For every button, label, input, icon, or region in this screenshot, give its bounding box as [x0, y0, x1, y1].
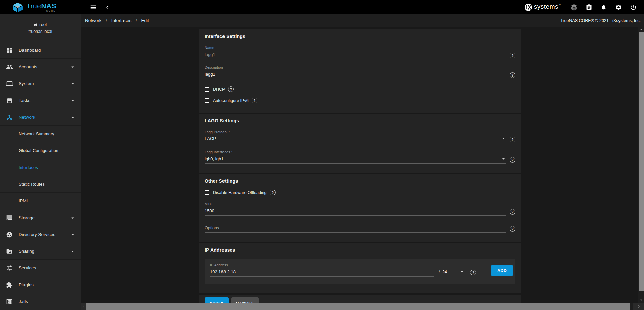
section-other-settings: Other Settings Disable Hardware Offloadi… [199, 174, 521, 242]
power-button[interactable] [630, 4, 637, 11]
truenas-logo-icon [12, 2, 23, 12]
sidebar-item-dashboard[interactable]: Dashboard [0, 42, 81, 59]
help-icon[interactable]: ? [510, 137, 515, 142]
chevron-down-icon [70, 98, 76, 104]
chevron-down-icon [70, 248, 76, 254]
lagg-interfaces-select[interactable]: Lagg Interfaces * igb0, igb1 [205, 150, 506, 164]
chevron-down-icon [70, 232, 76, 238]
sidebar-item-system[interactable]: System [0, 75, 81, 92]
notifications-button[interactable] [600, 4, 607, 11]
help-icon[interactable]: ? [510, 53, 515, 58]
gear-icon [615, 4, 622, 11]
netmask-separator: / [439, 269, 440, 274]
help-icon[interactable]: ? [252, 98, 257, 103]
section-interface-settings: Interface Settings Name ? Description [199, 29, 521, 113]
horizontal-scrollbar-thumb[interactable] [86, 303, 630, 310]
help-icon[interactable]: ? [510, 226, 515, 232]
sidebar-item-network[interactable]: Network [0, 109, 81, 126]
horizontal-scrollbar [81, 303, 644, 310]
help-icon[interactable]: ? [510, 209, 515, 215]
copyright-text: TrueNAS CORE® © 2021 - iXsystems, Inc. [560, 18, 641, 23]
vertical-scrollbar-thumb[interactable] [639, 32, 644, 291]
help-icon[interactable]: ? [270, 190, 276, 195]
lock-icon [34, 23, 38, 27]
mtu-input[interactable] [205, 208, 506, 214]
ip-address-row: IP Address / 24 ? ADD [205, 259, 515, 284]
ixsystems-label: systems [534, 3, 558, 10]
puzzle-icon [5, 282, 13, 288]
scroll-down-arrow[interactable] [638, 297, 644, 303]
edit-interface-form: Interface Settings Name ? Description [199, 29, 521, 310]
help-icon[interactable]: ? [510, 157, 515, 163]
username: root [39, 22, 47, 27]
back-button[interactable] [104, 4, 110, 10]
topbar: TrueNAS CORE systems ™ [0, 0, 644, 14]
menu-toggle-button[interactable] [90, 4, 97, 11]
section-lagg-settings: LAGG Settings Lagg Protocol * LACP ? [199, 114, 521, 173]
autoconfigure-ipv6-checkbox[interactable] [205, 98, 209, 103]
sidebar-item-storage[interactable]: Storage [0, 209, 81, 226]
truenas-logo[interactable]: TrueNAS CORE [0, 2, 81, 12]
settings-button[interactable] [615, 4, 622, 11]
dashboard-icon [5, 47, 13, 54]
ixsystems-mark-icon [524, 3, 532, 11]
section-title: LAGG Settings [205, 118, 515, 123]
chevron-left-icon [104, 4, 110, 10]
sidebar-item-global-configuration[interactable]: Global Configuration [0, 142, 81, 159]
laptop-icon [5, 80, 13, 87]
truenas-mark-button[interactable] [570, 4, 578, 11]
scroll-up-arrow[interactable] [638, 27, 644, 32]
options-input[interactable] [205, 225, 506, 231]
calendar-icon [5, 97, 13, 104]
sidebar-item-services[interactable]: Services [0, 260, 81, 276]
add-button[interactable]: ADD [491, 265, 513, 276]
sidebar-nav: Dashboard Accounts System Tasks [0, 42, 81, 310]
content-area: Interface Settings Name ? Description [81, 27, 644, 310]
user-panel: root truenas.local [0, 14, 81, 42]
breadcrumb-network[interactable]: Network [85, 18, 102, 23]
netmask-select[interactable]: 24 [442, 269, 447, 274]
lagg-protocol-select[interactable]: Lagg Protocol * LACP [205, 130, 506, 143]
breadcrumb-bar: Network / Interfaces / Edit TrueNAS CORE… [81, 14, 644, 27]
breadcrumb-interfaces[interactable]: Interfaces [111, 18, 131, 23]
description-input[interactable] [205, 72, 506, 77]
dhcp-checkbox[interactable] [205, 87, 209, 92]
help-icon[interactable]: ? [510, 72, 515, 78]
bell-icon [600, 4, 607, 11]
options-field [205, 225, 506, 233]
tune-icon [5, 265, 13, 271]
sidebar-item-ipmi[interactable]: IPMI [0, 193, 81, 209]
sidebar-item-sharing[interactable]: Sharing [0, 243, 81, 260]
help-icon[interactable]: ? [470, 270, 476, 275]
breadcrumb: Network / Interfaces / Edit [85, 18, 149, 23]
section-title: Other Settings [205, 178, 515, 184]
truenas-cube-icon [570, 4, 578, 11]
people-icon [5, 63, 13, 70]
ip-address-field: IP Address [210, 263, 434, 277]
chevron-down-icon [70, 81, 76, 87]
breadcrumb-edit: Edit [141, 18, 149, 23]
sidebar: root truenas.local Dashboard Accounts Sy… [0, 14, 81, 310]
name-input [205, 52, 506, 57]
vertical-scrollbar [638, 27, 644, 303]
ip-address-input[interactable] [210, 269, 434, 275]
dropdown-caret-icon [459, 269, 465, 275]
sidebar-item-tasks[interactable]: Tasks [0, 92, 81, 109]
scroll-left-arrow[interactable] [81, 303, 86, 310]
section-ip-addresses: IP Addresses IP Address / 24 ? ADD [199, 243, 521, 293]
name-field: Name [205, 46, 506, 59]
sidebar-item-accounts[interactable]: Accounts [0, 59, 81, 75]
sidebar-item-plugins[interactable]: Plugins [0, 276, 81, 293]
sidebar-item-directory-services[interactable]: Directory Services [0, 226, 81, 243]
help-icon[interactable]: ? [228, 86, 234, 92]
sidebar-item-jails[interactable]: Jails [0, 293, 81, 310]
tasks-manager-button[interactable] [586, 4, 592, 11]
disable-hw-offloading-checkbox[interactable] [205, 190, 209, 195]
hostname: truenas.local [29, 29, 52, 34]
sidebar-item-interfaces[interactable]: Interfaces [0, 159, 81, 176]
sidebar-item-static-routes[interactable]: Static Routes [0, 176, 81, 193]
product-name: TrueNAS [26, 2, 56, 9]
sidebar-item-network-summary[interactable]: Network Summary [0, 126, 81, 142]
scroll-right-arrow[interactable] [633, 303, 644, 310]
description-field: Description [205, 65, 506, 79]
